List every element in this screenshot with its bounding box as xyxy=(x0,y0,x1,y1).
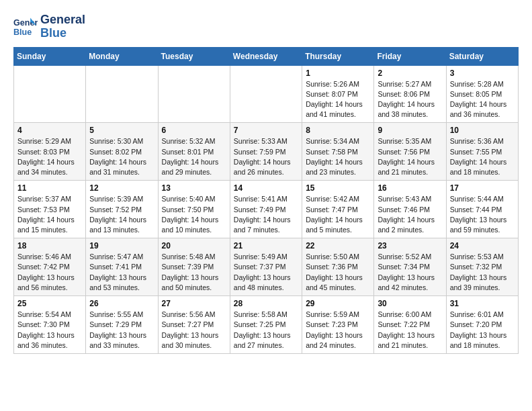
calendar-cell: 5Sunrise: 5:30 AM Sunset: 8:02 PM Daylig… xyxy=(86,123,158,181)
day-number: 25 xyxy=(17,299,82,308)
day-number: 12 xyxy=(89,183,154,193)
calendar-cell: 12Sunrise: 5:39 AM Sunset: 7:52 PM Dayli… xyxy=(86,181,158,238)
calendar-cell: 16Sunrise: 5:43 AM Sunset: 7:46 PM Dayli… xyxy=(374,181,446,238)
day-info: Sunrise: 5:58 AM Sunset: 7:25 PM Dayligh… xyxy=(234,310,298,351)
calendar-cell: 31Sunrise: 6:01 AM Sunset: 7:20 PM Dayli… xyxy=(446,296,518,354)
day-info: Sunrise: 5:49 AM Sunset: 7:37 PM Dayligh… xyxy=(234,252,298,293)
calendar-cell: 17Sunrise: 5:44 AM Sunset: 7:44 PM Dayli… xyxy=(446,181,518,238)
day-number: 3 xyxy=(450,68,515,78)
calendar-cell: 24Sunrise: 5:53 AM Sunset: 7:32 PM Dayli… xyxy=(446,238,518,296)
day-info: Sunrise: 5:30 AM Sunset: 8:02 PM Dayligh… xyxy=(89,136,154,177)
day-number: 21 xyxy=(234,241,298,250)
day-info: Sunrise: 5:41 AM Sunset: 7:49 PM Dayligh… xyxy=(234,194,298,235)
day-info: Sunrise: 5:26 AM Sunset: 8:07 PM Dayligh… xyxy=(306,79,370,120)
weekday-header-saturday: Saturday xyxy=(446,47,518,65)
day-info: Sunrise: 5:47 AM Sunset: 7:41 PM Dayligh… xyxy=(89,252,154,293)
day-info: Sunrise: 5:40 AM Sunset: 7:50 PM Dayligh… xyxy=(162,194,226,235)
calendar-cell: 29Sunrise: 5:59 AM Sunset: 7:23 PM Dayli… xyxy=(302,296,374,354)
day-number: 1 xyxy=(306,68,370,78)
day-number: 19 xyxy=(89,241,154,250)
page-header: General Blue General Blue xyxy=(13,13,519,40)
day-number: 15 xyxy=(306,183,370,193)
day-number: 20 xyxy=(162,241,226,250)
day-number: 6 xyxy=(162,126,226,135)
day-info: Sunrise: 6:01 AM Sunset: 7:20 PM Dayligh… xyxy=(450,310,515,351)
calendar-cell: 23Sunrise: 5:52 AM Sunset: 7:34 PM Dayli… xyxy=(374,238,446,296)
calendar-cell: 21Sunrise: 5:49 AM Sunset: 7:37 PM Dayli… xyxy=(230,238,302,296)
calendar-cell: 28Sunrise: 5:58 AM Sunset: 7:25 PM Dayli… xyxy=(230,296,302,354)
day-info: Sunrise: 5:54 AM Sunset: 7:30 PM Dayligh… xyxy=(17,310,82,351)
calendar-cell: 7Sunrise: 5:33 AM Sunset: 7:59 PM Daylig… xyxy=(230,123,302,181)
day-info: Sunrise: 5:48 AM Sunset: 7:39 PM Dayligh… xyxy=(162,252,226,293)
weekday-header-tuesday: Tuesday xyxy=(158,47,230,65)
calendar-cell xyxy=(14,65,86,123)
calendar-cell xyxy=(230,65,302,123)
day-info: Sunrise: 5:37 AM Sunset: 7:53 PM Dayligh… xyxy=(17,194,82,235)
day-number: 14 xyxy=(234,183,298,193)
day-number: 2 xyxy=(378,68,442,78)
logo-icon: General Blue xyxy=(13,15,38,39)
day-number: 11 xyxy=(17,183,82,193)
day-number: 31 xyxy=(450,299,515,308)
day-info: Sunrise: 5:35 AM Sunset: 7:56 PM Dayligh… xyxy=(378,136,442,177)
calendar-cell: 8Sunrise: 5:34 AM Sunset: 7:58 PM Daylig… xyxy=(302,123,374,181)
day-info: Sunrise: 5:59 AM Sunset: 7:23 PM Dayligh… xyxy=(306,310,370,351)
day-number: 30 xyxy=(378,299,442,308)
logo-text: General Blue xyxy=(40,13,85,40)
day-info: Sunrise: 5:43 AM Sunset: 7:46 PM Dayligh… xyxy=(378,194,442,235)
calendar-week-row: 25Sunrise: 5:54 AM Sunset: 7:30 PM Dayli… xyxy=(14,296,519,354)
calendar-cell: 19Sunrise: 5:47 AM Sunset: 7:41 PM Dayli… xyxy=(86,238,158,296)
calendar-cell: 14Sunrise: 5:41 AM Sunset: 7:49 PM Dayli… xyxy=(230,181,302,238)
calendar-cell: 30Sunrise: 6:00 AM Sunset: 7:22 PM Dayli… xyxy=(374,296,446,354)
weekday-header-monday: Monday xyxy=(86,47,158,65)
day-info: Sunrise: 5:52 AM Sunset: 7:34 PM Dayligh… xyxy=(378,252,442,293)
day-number: 4 xyxy=(17,126,82,135)
day-number: 8 xyxy=(306,126,370,135)
calendar-cell: 4Sunrise: 5:29 AM Sunset: 8:03 PM Daylig… xyxy=(14,123,86,181)
weekday-header-thursday: Thursday xyxy=(302,47,374,65)
calendar-cell: 26Sunrise: 5:55 AM Sunset: 7:29 PM Dayli… xyxy=(86,296,158,354)
day-info: Sunrise: 5:36 AM Sunset: 7:55 PM Dayligh… xyxy=(450,136,515,177)
weekday-header-friday: Friday xyxy=(374,47,446,65)
day-info: Sunrise: 5:50 AM Sunset: 7:36 PM Dayligh… xyxy=(306,252,370,293)
day-number: 13 xyxy=(162,183,226,193)
weekday-header-wednesday: Wednesday xyxy=(230,47,302,65)
weekday-header-sunday: Sunday xyxy=(14,47,86,65)
day-number: 17 xyxy=(450,183,515,193)
day-info: Sunrise: 5:34 AM Sunset: 7:58 PM Dayligh… xyxy=(306,136,370,177)
day-number: 28 xyxy=(234,299,298,308)
day-number: 7 xyxy=(234,126,298,135)
day-info: Sunrise: 5:32 AM Sunset: 8:01 PM Dayligh… xyxy=(162,136,226,177)
day-number: 27 xyxy=(162,299,226,308)
calendar-cell: 13Sunrise: 5:40 AM Sunset: 7:50 PM Dayli… xyxy=(158,181,230,238)
calendar-week-row: 1Sunrise: 5:26 AM Sunset: 8:07 PM Daylig… xyxy=(14,65,519,123)
calendar-cell xyxy=(158,65,230,123)
calendar-cell xyxy=(86,65,158,123)
day-info: Sunrise: 5:33 AM Sunset: 7:59 PM Dayligh… xyxy=(234,136,298,177)
day-number: 24 xyxy=(450,241,515,250)
calendar-cell: 15Sunrise: 5:42 AM Sunset: 7:47 PM Dayli… xyxy=(302,181,374,238)
calendar-cell: 9Sunrise: 5:35 AM Sunset: 7:56 PM Daylig… xyxy=(374,123,446,181)
calendar-cell: 3Sunrise: 5:28 AM Sunset: 8:05 PM Daylig… xyxy=(446,65,518,123)
calendar-week-row: 18Sunrise: 5:46 AM Sunset: 7:42 PM Dayli… xyxy=(14,238,519,296)
calendar-cell: 2Sunrise: 5:27 AM Sunset: 8:06 PM Daylig… xyxy=(374,65,446,123)
day-info: Sunrise: 6:00 AM Sunset: 7:22 PM Dayligh… xyxy=(378,310,442,351)
day-number: 10 xyxy=(450,126,515,135)
day-number: 18 xyxy=(17,241,82,250)
day-number: 23 xyxy=(378,241,442,250)
calendar-week-row: 11Sunrise: 5:37 AM Sunset: 7:53 PM Dayli… xyxy=(14,181,519,238)
day-info: Sunrise: 5:27 AM Sunset: 8:06 PM Dayligh… xyxy=(378,79,442,120)
weekday-header-row: SundayMondayTuesdayWednesdayThursdayFrid… xyxy=(14,47,519,65)
day-info: Sunrise: 5:56 AM Sunset: 7:27 PM Dayligh… xyxy=(162,310,226,351)
day-info: Sunrise: 5:42 AM Sunset: 7:47 PM Dayligh… xyxy=(306,194,370,235)
day-number: 26 xyxy=(89,299,154,308)
day-info: Sunrise: 5:44 AM Sunset: 7:44 PM Dayligh… xyxy=(450,194,515,235)
calendar-cell: 10Sunrise: 5:36 AM Sunset: 7:55 PM Dayli… xyxy=(446,123,518,181)
calendar-cell: 22Sunrise: 5:50 AM Sunset: 7:36 PM Dayli… xyxy=(302,238,374,296)
day-info: Sunrise: 5:53 AM Sunset: 7:32 PM Dayligh… xyxy=(450,252,515,293)
day-info: Sunrise: 5:29 AM Sunset: 8:03 PM Dayligh… xyxy=(17,136,82,177)
day-info: Sunrise: 5:46 AM Sunset: 7:42 PM Dayligh… xyxy=(17,252,82,293)
calendar-cell: 20Sunrise: 5:48 AM Sunset: 7:39 PM Dayli… xyxy=(158,238,230,296)
calendar-table: SundayMondayTuesdayWednesdayThursdayFrid… xyxy=(13,47,519,354)
calendar-cell: 11Sunrise: 5:37 AM Sunset: 7:53 PM Dayli… xyxy=(14,181,86,238)
